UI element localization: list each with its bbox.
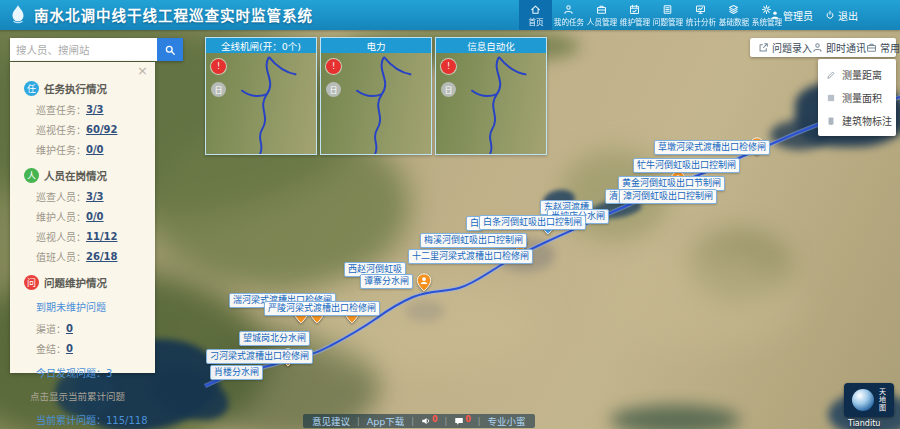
- brand: 南水北调中线干线工程巡查实时监管系统: [7, 3, 313, 25]
- terrain-patch: [300, 280, 540, 370]
- nav-item-base-data[interactable]: 基础数据: [717, 0, 750, 30]
- nav-item-maintenance[interactable]: 维护管理: [618, 0, 651, 30]
- terrain-patch: [600, 250, 800, 350]
- toolbar-label: 即时通讯: [826, 40, 866, 55]
- tianditu-en-label: Tianditu: [848, 419, 880, 428]
- stat-row: 金结：0: [36, 341, 155, 356]
- tool-menu-item-2[interactable]: 建筑物标注: [818, 109, 896, 132]
- separator: |: [478, 417, 481, 426]
- chat-badge[interactable]: 0: [454, 416, 471, 426]
- search-button[interactable]: [157, 38, 183, 61]
- stat-value[interactable]: 3/3: [86, 191, 104, 202]
- nav-item-my-tasks[interactable]: 我的任务: [552, 0, 585, 30]
- map-station-label[interactable]: 望城岗北分水闸: [239, 331, 310, 346]
- tool-menu-item-0[interactable]: 测量距离: [818, 63, 896, 86]
- panel-link[interactable]: 当前累计问题：115/118: [36, 412, 155, 427]
- panel-link[interactable]: 到期未维护问题: [36, 299, 155, 314]
- minimap-panel-2[interactable]: 信息自动化!日: [435, 37, 547, 155]
- briefcase-icon: [866, 42, 877, 53]
- user-area: 管理员 退出: [770, 0, 858, 30]
- map-station-label[interactable]: 严陵河梁式渡槽出口检修闸: [264, 301, 380, 316]
- minimap-title: 电力: [321, 38, 431, 53]
- map-station-label[interactable]: 牤牛河倒虹吸出口控制闸: [633, 158, 740, 173]
- bottom-bar-link[interactable]: App下载: [367, 414, 405, 428]
- badge-count: 0: [465, 416, 471, 424]
- nav-item-personnel[interactable]: 人员管理: [585, 0, 618, 30]
- minimap-layer-button[interactable]: 日: [441, 82, 456, 97]
- nav-label: 问题管理: [652, 16, 682, 26]
- tool-menu-item-1[interactable]: 测量面积: [818, 86, 896, 109]
- app-title: 南水北调中线干线工程巡查实时监管系统: [34, 4, 313, 25]
- stat-value[interactable]: 3/3: [86, 104, 104, 115]
- minimap-layer-button[interactable]: 日: [211, 82, 226, 97]
- stat-row: 渠道：0: [36, 321, 155, 336]
- stat-row: 值班人员：26/18: [36, 249, 155, 264]
- minimap-alert-button[interactable]: !: [441, 59, 456, 74]
- logout-button[interactable]: 退出: [825, 8, 858, 23]
- map-station-label[interactable]: 梅溪河倒虹吸出口控制闸: [420, 233, 527, 248]
- search-input[interactable]: [10, 38, 157, 61]
- stat-row: 维护人员：0/0: [36, 209, 155, 224]
- minimap-title: 全线机闸(开：0个): [206, 38, 316, 53]
- building-icon: [826, 116, 836, 126]
- app-window: 草墩河梁式渡槽出口检修闸牤牛河倒虹吸出口控制闸黄金河倒虹吸出口节制闸清漳河倒虹吸…: [0, 0, 900, 429]
- map-station-label[interactable]: 白条河倒虹吸出口控制闸: [479, 215, 586, 230]
- nav-label: 基础数据: [718, 16, 748, 26]
- stat-row: 巡视人员：11/12: [36, 229, 155, 244]
- stat-value[interactable]: 26/18: [86, 251, 117, 262]
- tool-menu-label: 建筑物标注: [842, 113, 892, 128]
- map-station-label[interactable]: 谭寨分水闸: [360, 274, 413, 289]
- map-station-label[interactable]: 刁河梁式渡槽出口检修闸: [206, 349, 313, 364]
- minimap-alert-button[interactable]: !: [326, 59, 341, 74]
- nav-item-home[interactable]: 首页: [519, 0, 552, 30]
- issue-entry-button[interactable]: 问题录入: [758, 40, 812, 55]
- speaker-badge[interactable]: 0: [421, 416, 438, 426]
- close-icon[interactable]: ×: [137, 63, 148, 78]
- stat-value[interactable]: 11/12: [86, 231, 117, 242]
- stat-value[interactable]: 0/0: [86, 144, 104, 155]
- panel-link[interactable]: 今日发现问题：3: [36, 365, 155, 380]
- globe-icon: [852, 389, 874, 411]
- stat-label: 巡视人员：: [36, 229, 86, 244]
- stat-label: 巡视任务：: [36, 122, 86, 137]
- nav-item-statistics[interactable]: 统计分析: [684, 0, 717, 30]
- bottom-bar-link[interactable]: 专业小蜜: [488, 414, 526, 428]
- minimap-layer-button[interactable]: 日: [326, 82, 341, 97]
- stat-value[interactable]: 0: [66, 323, 73, 334]
- bottom-bar-link[interactable]: 意见建议: [312, 414, 350, 428]
- section-badge-icon: 任: [24, 81, 39, 96]
- station-pin[interactable]: [417, 273, 432, 292]
- minimap-panel-0[interactable]: 全线机闸(开：0个)!日: [205, 37, 317, 155]
- map-station-label[interactable]: 草墩河梁式渡槽出口检修闸: [654, 140, 770, 155]
- nav-item-issues[interactable]: 问题管理: [651, 0, 684, 30]
- bottom-bar: 意见建议|App下载|0|0|专业小蜜: [303, 414, 535, 428]
- admin-user[interactable]: 管理员: [770, 8, 813, 23]
- minimap-alert-button[interactable]: !: [211, 59, 226, 74]
- instant-messaging-button[interactable]: 即时通讯: [812, 40, 866, 55]
- minimap-panel-1[interactable]: 电力!日: [320, 37, 432, 155]
- map-station-label[interactable]: 十二里河梁式渡槽出口检修闸: [408, 249, 533, 264]
- map-station-label[interactable]: 肖楼分水闸: [210, 365, 263, 380]
- section-title: 人人员在岗情况: [24, 168, 155, 183]
- tianditu-cn-label: 天地图: [877, 388, 887, 412]
- map-station-label[interactable]: 漳河倒虹吸出口控制闸: [619, 189, 717, 204]
- stats-section-1: 人人员在岗情况巡查人员：3/3维护人员：0/0巡视人员：11/12值班人员：26…: [24, 168, 155, 264]
- stat-label: 巡查任务：: [36, 102, 86, 117]
- speaker-icon: [421, 416, 431, 426]
- calendar-icon: [629, 4, 640, 15]
- separator: |: [411, 417, 414, 426]
- common-tools-button[interactable]: 常用工具: [866, 40, 900, 55]
- export-icon: [758, 42, 769, 53]
- stat-label: 渠道：: [36, 321, 66, 336]
- logout-label: 退出: [838, 8, 858, 23]
- map-toolbar: 问题录入即时通讯常用工具: [750, 38, 896, 57]
- stat-value[interactable]: 0/0: [86, 211, 104, 222]
- stat-value[interactable]: 0: [66, 343, 73, 354]
- stats-section-0: 任任务执行情况巡查任务：3/3巡视任务：60/92维护任务：0/0: [24, 81, 155, 157]
- tools-menu: 测量距离测量面积建筑物标注: [818, 59, 896, 136]
- nav-label: 首页: [528, 16, 543, 26]
- area-icon: [826, 93, 836, 103]
- toolbar-label: 常用工具: [880, 40, 900, 55]
- stat-value[interactable]: 60/92: [86, 124, 117, 135]
- stat-row: 巡查任务：3/3: [36, 102, 155, 117]
